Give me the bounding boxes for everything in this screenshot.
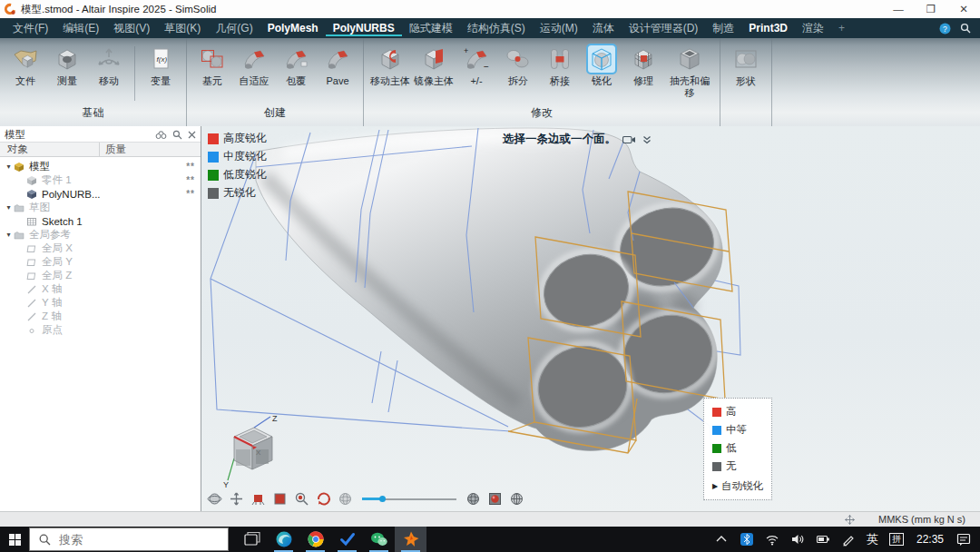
collapse-chevron-icon[interactable] [642, 135, 652, 144]
menu-item-v[interactable]: 视图(V) [106, 19, 157, 38]
column-mass[interactable]: 质量 [100, 143, 201, 156]
menu-item-print3d[interactable]: Print3D [741, 20, 795, 36]
tree-row-8[interactable]: 全局 Z [0, 269, 201, 282]
binoculars-icon[interactable] [155, 130, 167, 140]
menu-item-plus[interactable]: 渲染 [795, 19, 831, 38]
tray-pen-icon[interactable] [836, 532, 861, 547]
ribbon-tool-move[interactable]: 移动 [88, 44, 130, 88]
tree-row-7[interactable]: 全局 Y [0, 255, 201, 269]
tree-row-flags[interactable]: ** [186, 189, 195, 199]
taskbar-app-edge[interactable] [268, 527, 299, 552]
units-icon[interactable] [845, 515, 855, 525]
tray-wifi-icon[interactable] [760, 532, 785, 547]
level-legend-item[interactable]: 无 [712, 459, 768, 473]
view-tool-pan-icon[interactable] [229, 491, 244, 507]
tree-item-label[interactable]: 草图 [29, 201, 50, 214]
auto-sharpen-toggle[interactable]: ▶ 自动锐化 [712, 479, 768, 493]
tree-item-label[interactable]: Z 轴 [42, 310, 62, 323]
ribbon-tool-fx[interactable]: f(x)变量 [140, 44, 181, 88]
ribbon-tool-mirrorbody[interactable]: 镜像主体 [412, 44, 456, 88]
clock[interactable]: 22:35 [909, 533, 951, 546]
tray-notif-icon[interactable] [951, 532, 976, 547]
menu-item-k[interactable]: 草图(K) [157, 19, 208, 38]
ribbon-tool-repair[interactable]: 修理 [622, 44, 664, 88]
panel-close-icon[interactable] [188, 131, 196, 139]
ribbon-tool-movebody[interactable]: 移动主体 [368, 44, 412, 88]
ribbon-tool-adaptive[interactable]: 自适应 [233, 44, 275, 88]
ribbon-tool-wrap[interactable]: 包覆 [275, 44, 317, 88]
view-tool-sphere-a-icon[interactable] [338, 491, 353, 507]
level-legend-item[interactable]: 低 [712, 441, 768, 455]
view-speed-slider[interactable] [362, 492, 456, 507]
ribbon-tool-pave[interactable]: Pave [317, 44, 358, 88]
tree-item-label[interactable]: Y 轴 [42, 296, 62, 310]
ribbon-tool-sharpen[interactable]: 锐化 [581, 44, 622, 88]
tree-row-11[interactable]: Z 轴 [0, 310, 201, 323]
camera-icon[interactable] [622, 135, 636, 144]
ribbon-tool-split[interactable]: 拆分 [497, 44, 539, 88]
taskbar-app-wechat[interactable] [363, 527, 395, 552]
minimize-button[interactable]: — [882, 0, 915, 18]
maximize-button[interactable]: ❐ [915, 0, 947, 18]
level-legend-item[interactable]: 高 [712, 405, 768, 419]
tree-item-label[interactable]: Sketch 1 [42, 216, 83, 227]
tree-row-flags[interactable]: ** [186, 175, 195, 185]
taskbar-app-inspire[interactable] [395, 527, 426, 552]
menu-item-e[interactable]: 编辑(E) [55, 19, 106, 38]
ime-mode-indicator[interactable]: 拼 [884, 533, 909, 546]
tree-item-label[interactable]: 原点 [42, 323, 63, 337]
tree-item-label[interactable]: 全局 Y [42, 255, 73, 269]
view-tool-box-icon[interactable] [272, 491, 288, 507]
ribbon-tool-bridge[interactable]: 桥接 [539, 44, 581, 88]
tree-row-9[interactable]: X 轴 [0, 282, 201, 296]
viewport[interactable]: 高度锐化中度锐化低度锐化无锐化 选择一条边或一个面。 高中等低无 ▶ 自动锐化 … [201, 126, 980, 511]
tree-row-4[interactable]: Sketch 1 [0, 214, 201, 228]
menu-item-plus[interactable]: 制造 [705, 19, 741, 38]
ribbon-tool-measure[interactable]: 测量 [46, 44, 88, 88]
tray-bluetooth-icon[interactable] [734, 532, 760, 547]
menu-item-f[interactable]: 文件(F) [5, 19, 55, 38]
tree-item-label[interactable]: 零件 1 [42, 173, 72, 187]
viewport-model[interactable] [201, 126, 980, 510]
help-icon[interactable]: ? [939, 23, 951, 34]
view-tool-material-icon[interactable] [487, 491, 503, 507]
view-tool-sphere-b-icon[interactable] [466, 491, 481, 507]
taskbar-app-check[interactable] [331, 527, 363, 552]
search-icon[interactable] [960, 23, 971, 34]
view-tool-front-icon[interactable] [250, 491, 266, 507]
tree-row-3[interactable]: ▾草图 [0, 201, 201, 214]
tree-expand-chevron-icon[interactable]: ▾ [4, 203, 14, 212]
menu-item-plus[interactable]: + [831, 20, 852, 36]
tree-row-5[interactable]: ▾全局参考 [0, 228, 201, 242]
search-input[interactable] [59, 533, 195, 547]
tree-item-label[interactable]: 全局 X [42, 242, 73, 255]
panel-search-icon[interactable] [172, 130, 182, 140]
taskbar-search[interactable] [29, 527, 229, 551]
tray-battery-icon[interactable] [810, 532, 836, 547]
taskbar-app-taskview[interactable] [236, 527, 268, 552]
slider-knob[interactable] [379, 496, 386, 502]
menu-item-plus[interactable]: 隐式建模 [402, 19, 460, 38]
tree-expand-chevron-icon[interactable]: ▾ [4, 163, 14, 171]
view-cube[interactable]: Z Y X [214, 413, 289, 489]
tree-item-label[interactable]: 全局参考 [29, 228, 71, 242]
tree-row-12[interactable]: 原点 [0, 323, 201, 337]
tree-row-6[interactable]: 全局 X [0, 242, 201, 255]
ribbon-tool-prim[interactable]: 基元 [191, 44, 233, 88]
tree-item-label[interactable]: PolyNURB... [42, 189, 101, 200]
ribbon-tool-file[interactable]: 文件 [5, 44, 46, 88]
tree-item-label[interactable]: 全局 Z [42, 269, 72, 282]
tree-row-flags[interactable]: ** [186, 162, 195, 172]
view-tool-spin-icon[interactable] [316, 491, 331, 507]
units-label[interactable]: MMKS (mm kg N s) [878, 514, 965, 525]
menu-item-polynurbs[interactable]: PolyNURBS [326, 20, 402, 36]
view-tool-zoom-icon[interactable] [294, 491, 309, 507]
menu-item-g[interactable]: 几何(G) [208, 19, 260, 38]
tray-chevup-icon[interactable] [709, 532, 734, 547]
start-button[interactable] [0, 527, 29, 552]
tree-item-label[interactable]: 模型 [29, 160, 50, 173]
tree-row-2[interactable]: PolyNURB...** [0, 187, 201, 201]
ribbon-tool-plusminus[interactable]: +−+/- [456, 44, 497, 88]
ribbon-tool-shape[interactable]: 形状 [725, 44, 767, 88]
taskbar-app-chrome[interactable] [299, 527, 331, 552]
